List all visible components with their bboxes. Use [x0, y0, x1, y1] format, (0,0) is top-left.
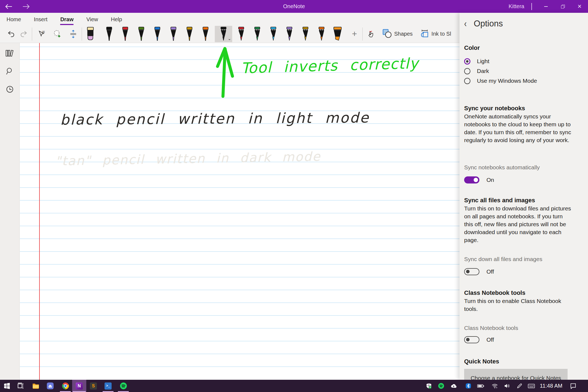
taskbar-powershell-icon[interactable]: >_: [102, 380, 114, 392]
files-section-body: Turn this on to download files and pictu…: [464, 204, 571, 244]
pen-tool[interactable]: [118, 26, 132, 42]
taskbar-clock[interactable]: 11:48 AM: [540, 380, 562, 392]
forward-button[interactable]: [17, 0, 35, 13]
insert-space-icon[interactable]: [67, 26, 79, 42]
class-tools-label: Class Notebook tools: [464, 325, 518, 331]
pen-tool[interactable]: [150, 26, 164, 42]
highlighter-tool[interactable]: [330, 26, 345, 42]
tray-keyboard-icon[interactable]: [526, 380, 537, 392]
sync-down-state: Off: [486, 268, 494, 275]
tab-view[interactable]: View: [86, 16, 98, 25]
quick-notes-heading: Quick Notes: [464, 358, 499, 365]
shapes-button[interactable]: Shapes: [382, 29, 413, 39]
class-section-heading: Class Notebook tools: [464, 289, 525, 296]
pen-tool[interactable]: [182, 26, 197, 42]
windows-taskbar: NS>_11:48 AM: [0, 380, 588, 392]
ink-to-shape-label: Ink to Sl: [431, 31, 451, 37]
color-radio-group: LightDarkUse my Windows Mode: [464, 56, 537, 86]
close-icon: ✕: [577, 4, 582, 9]
tray-defender-icon[interactable]: [424, 380, 434, 392]
sidebar-search-icon[interactable]: [5, 67, 15, 76]
sidebar-recent-notes-icon[interactable]: [5, 85, 15, 94]
taskbar-file-explorer-icon[interactable]: [30, 380, 42, 392]
onenote-window: OneNote Kittera ✕ HomeInsertDrawViewHelp…: [0, 0, 588, 392]
radio-option-use-my-windows-mode[interactable]: Use my Windows Mode: [464, 76, 537, 86]
eraser-icon[interactable]: [84, 26, 96, 42]
tab-draw[interactable]: Draw: [60, 16, 74, 25]
tab-home[interactable]: Home: [7, 16, 21, 25]
sync-down-label: Sync down all files and images: [464, 256, 542, 262]
ink-to-shape-icon: [420, 29, 429, 39]
minimize-button[interactable]: [537, 0, 554, 13]
tray-volume-icon[interactable]: [502, 380, 512, 392]
ribbon-tab-bar: HomeInsertDrawViewHelp: [0, 13, 460, 25]
margin-rule-line: [39, 43, 40, 380]
lasso-select-icon[interactable]: [51, 26, 63, 42]
app-title: OneNote: [0, 3, 588, 10]
pen-tool[interactable]: [166, 26, 180, 42]
sync-auto-label: Sync notebooks automatically: [464, 164, 540, 171]
options-panel: ‹ Options Color LightDarkUse my Windows …: [460, 13, 588, 380]
shapes-label: Shapes: [394, 31, 413, 37]
back-arrow-icon: [5, 4, 12, 9]
options-back-icon[interactable]: ‹: [464, 19, 467, 29]
redo-icon[interactable]: [17, 26, 29, 42]
radio-circle: [464, 68, 470, 74]
tray-bluetooth-icon[interactable]: [463, 380, 473, 392]
pencil-tool[interactable]: [314, 26, 329, 42]
tray-battery-icon[interactable]: [476, 380, 486, 392]
quick-notes-notebook-button[interactable]: Choose a notebook for Quick Notes: [464, 369, 568, 380]
back-button[interactable]: [0, 0, 17, 13]
taskbar-start-icon[interactable]: [1, 380, 13, 392]
ink-to-shape-button[interactable]: Ink to Sl: [420, 29, 451, 39]
pencil-tool[interactable]: ⌄: [215, 26, 232, 42]
restore-button[interactable]: [554, 0, 571, 13]
pen-options-chevron-icon[interactable]: ⌄: [228, 36, 231, 41]
pen-tool[interactable]: [134, 26, 148, 42]
tab-insert[interactable]: Insert: [34, 16, 47, 25]
sidebar-notebooks-icon[interactable]: [5, 49, 15, 58]
sync-auto-toggle[interactable]: [464, 176, 479, 183]
toolbar-divider: [82, 27, 82, 41]
tray-pen-icon[interactable]: [514, 380, 525, 392]
radio-option-dark[interactable]: Dark: [464, 66, 537, 76]
radio-label: Light: [477, 58, 489, 65]
tray-wifi-icon[interactable]: [489, 380, 500, 392]
tray-spotify-tray-icon[interactable]: [436, 380, 446, 392]
pen-tool[interactable]: [102, 26, 116, 42]
taskbar-sublime-icon[interactable]: S: [87, 380, 99, 392]
tray-onedrive-icon[interactable]: [448, 380, 459, 392]
sync-down-toggle[interactable]: [464, 268, 479, 275]
pencil-tool[interactable]: [250, 26, 264, 42]
pen-tool[interactable]: [198, 26, 213, 42]
svg-text:AI: AI: [42, 30, 45, 33]
color-section-heading: Color: [464, 44, 480, 51]
taskbar-discord-icon[interactable]: [44, 380, 56, 392]
pencil-tool[interactable]: [234, 26, 248, 42]
add-pen-button[interactable]: +: [349, 29, 360, 39]
taskbar-onenote-icon[interactable]: N: [72, 380, 86, 392]
undo-icon[interactable]: [5, 26, 17, 42]
pencil-tool[interactable]: [266, 26, 280, 42]
minimize-icon: [544, 6, 548, 7]
pencil-tool[interactable]: [282, 26, 296, 42]
class-tools-toggle[interactable]: [464, 336, 479, 343]
tray-action-center-icon[interactable]: [568, 380, 578, 392]
options-title: Options: [474, 19, 503, 29]
taskbar-chrome-icon[interactable]: [59, 380, 71, 392]
select-type-icon[interactable]: AI: [36, 26, 48, 42]
navigation-sidebar: [0, 43, 20, 380]
taskbar-spotify-icon[interactable]: [117, 380, 129, 392]
ink-arrow-stroke: [20, 43, 460, 380]
taskbar-task-view-icon[interactable]: [14, 380, 26, 392]
signed-in-user[interactable]: Kittera: [509, 3, 524, 10]
close-button[interactable]: ✕: [571, 0, 588, 13]
tab-help[interactable]: Help: [111, 16, 122, 25]
pencil-tool[interactable]: [298, 26, 313, 42]
page-canvas[interactable]: Tool inverts correctly black pencil writ…: [20, 43, 460, 380]
ink-hand-icon[interactable]: [365, 26, 377, 42]
ink-light-mode-text: black pencil written in light mode: [60, 109, 370, 128]
draw-toolbar: AI⌄+ShapesInk to Sl: [0, 25, 460, 43]
restore-icon: [561, 5, 565, 8]
radio-option-light[interactable]: Light: [464, 56, 537, 66]
